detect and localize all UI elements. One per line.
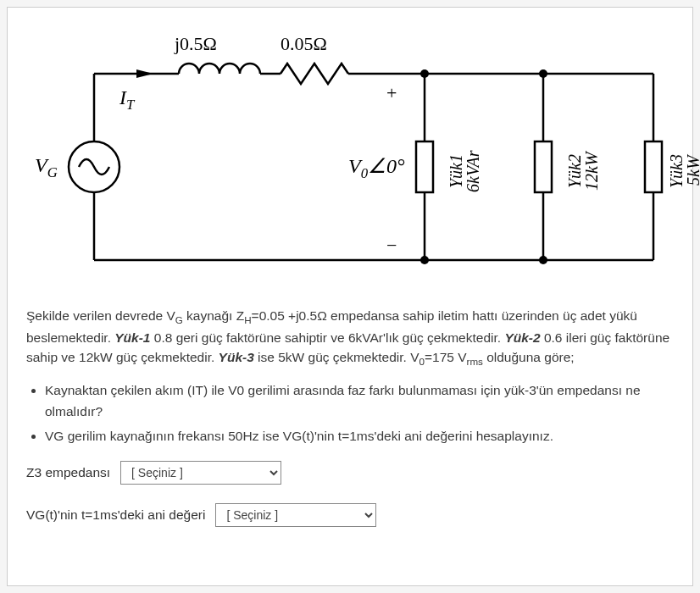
current-label: IT	[119, 86, 134, 114]
svg-point-21	[539, 256, 547, 264]
q2-label: VG(t)'nin t=1ms'deki ani değeri	[26, 507, 205, 523]
inductor-label: j0.5Ω	[175, 33, 217, 55]
question-container: j0.5Ω 0.05Ω IT VG + V0∠0° − Yük1 6kVAr Y…	[7, 7, 693, 586]
source-label: VG	[35, 154, 58, 181]
bullet-1: Kaynaktan çekilen akım (IT) ile V0 geril…	[45, 380, 674, 423]
problem-statement: Şekilde verilen devrede VG kaynağı ZH=0.…	[26, 306, 674, 369]
q2-select[interactable]: [ Seçiniz ]	[215, 503, 376, 527]
svg-point-18	[420, 69, 429, 78]
plus-sign: +	[386, 82, 397, 104]
minus-sign: −	[386, 235, 397, 257]
resistor-label: 0.05Ω	[281, 33, 327, 55]
q1-label: Z3 empedansı	[26, 465, 110, 480]
node-voltage-label: V0∠0°	[348, 154, 405, 182]
load2-power: 12kW	[582, 152, 602, 191]
svg-rect-16	[535, 141, 552, 192]
question-bullets: Kaynaktan çekilen akım (IT) ile V0 geril…	[45, 380, 674, 446]
load1-power: 6kVAr	[464, 150, 483, 192]
svg-rect-17	[645, 141, 662, 192]
answer-row-1: Z3 empedansı [ Seçiniz ]	[26, 461, 674, 485]
answer-row-2: VG(t)'nin t=1ms'deki ani değeri [ Seçini…	[26, 503, 674, 527]
svg-marker-1	[136, 69, 153, 78]
circuit-diagram: j0.5Ω 0.05Ω IT VG + V0∠0° − Yük1 6kVAr Y…	[26, 23, 670, 294]
svg-rect-13	[416, 141, 433, 192]
load3-power: 5kW	[684, 155, 700, 186]
svg-point-20	[420, 256, 429, 264]
bullet-2: VG gerilim kaynağının frekansı 50Hz ise …	[45, 426, 674, 447]
svg-point-19	[539, 69, 547, 78]
q1-select[interactable]: [ Seçiniz ]	[120, 461, 281, 485]
